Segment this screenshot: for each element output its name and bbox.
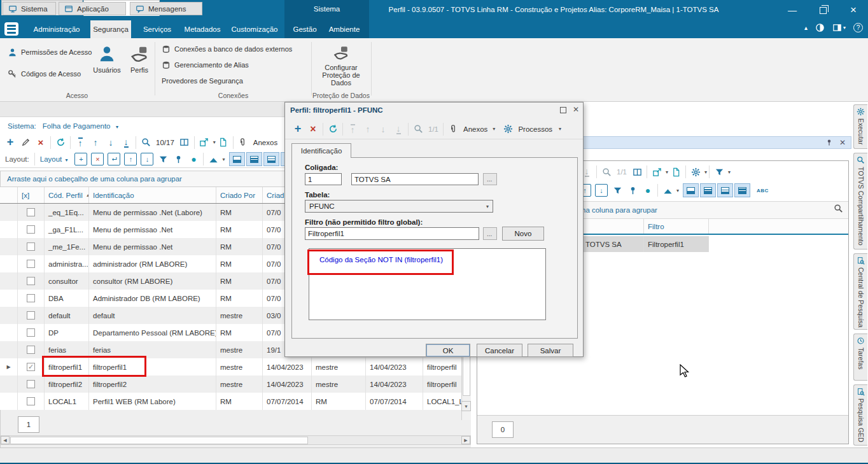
users-button[interactable]: Usuários: [90, 42, 123, 93]
minimize-button[interactable]: —: [781, 3, 803, 18]
layout-upload-icon[interactable]: ↑: [124, 153, 137, 165]
row-checkbox[interactable]: [27, 346, 35, 354]
search-icon[interactable]: [599, 165, 614, 179]
column-header[interactable]: [x]: [18, 187, 45, 203]
chart-dropdown-icon[interactable]: ▾: [222, 157, 225, 162]
add-record-icon[interactable]: +: [3, 136, 18, 150]
alias-management-button[interactable]: Gerenciamento de Alias: [162, 58, 249, 72]
refresh-icon[interactable]: [53, 136, 68, 150]
close-button[interactable]: ×: [843, 3, 864, 18]
row-checkbox[interactable]: [27, 397, 35, 405]
next-record-icon[interactable]: ↓: [103, 136, 118, 150]
filter-expression-item[interactable]: Código da Seção NOT IN (filtroperfil1): [319, 256, 443, 264]
filter-icon[interactable]: [711, 165, 727, 179]
row-checkbox[interactable]: [27, 380, 35, 388]
novo-button[interactable]: Novo: [502, 227, 544, 241]
horizontal-scrollbar-thumb[interactable]: [10, 437, 308, 444]
dialog-maximize-button[interactable]: [560, 107, 566, 113]
coligada-browse-button[interactable]: ...: [483, 173, 497, 185]
row-checkbox[interactable]: [27, 277, 35, 285]
search-icon[interactable]: [410, 122, 426, 136]
layout-download-icon[interactable]: ↓: [595, 184, 608, 197]
view-layout-1-button[interactable]: [683, 183, 699, 197]
horizontal-scrollbar[interactable]: ◀ ▶: [0, 435, 471, 445]
status-tab-aplicacao[interactable]: Aplicação: [59, 2, 126, 15]
view-layout-1-button[interactable]: [229, 152, 245, 166]
scroll-right-button[interactable]: ▶: [461, 436, 470, 444]
filter-icon[interactable]: [610, 183, 625, 197]
tabela-select[interactable]: PFUNC ▾: [305, 200, 493, 213]
view-layout-3-button[interactable]: [263, 152, 279, 166]
system-dropdown[interactable]: Folha de Pagamento ▾: [43, 122, 118, 130]
row-checkbox[interactable]: [27, 294, 35, 302]
external-db-connections-button[interactable]: Conexões a banco de dados externos: [162, 42, 292, 56]
filter-icon[interactable]: [155, 152, 171, 166]
layout-download-icon[interactable]: ↓: [141, 153, 153, 165]
side-tab-totvscompartilhamento[interactable]: TOTVS Compartilhamento: [853, 153, 867, 250]
anexos-button[interactable]: Anexos: [251, 139, 280, 146]
column-header-filtro[interactable]: Filtro: [644, 219, 709, 234]
row-checkbox[interactable]: ✓: [27, 363, 35, 371]
ok-button[interactable]: OK: [426, 344, 470, 357]
side-tab-pesquisaged[interactable]: Pesquisa GED: [853, 384, 867, 446]
save-button[interactable]: Salvar: [528, 344, 573, 357]
row-checkbox[interactable]: [27, 260, 35, 268]
column-header-cod-perfil[interactable]: Cód. Perfil▲: [45, 187, 89, 203]
row-checkbox[interactable]: [27, 225, 35, 234]
view-layout-2-button[interactable]: [246, 152, 262, 166]
processos-button[interactable]: Processos: [515, 125, 555, 133]
row-checkbox[interactable]: [27, 243, 35, 251]
row-checkbox[interactable]: [27, 208, 35, 216]
anexos-dropdown-icon[interactable]: ▾: [493, 126, 495, 132]
paperclip-icon[interactable]: [235, 136, 251, 150]
menu-item-metadados[interactable]: Metadados: [181, 20, 224, 38]
layout-add-icon[interactable]: +: [74, 153, 87, 165]
previous-record-icon[interactable]: ↑: [360, 122, 375, 136]
scroll-left-button[interactable]: ◀: [1, 436, 10, 444]
status-tab-mensagens[interactable]: Mensagens: [130, 2, 202, 15]
cancel-button[interactable]: Cancelar: [477, 344, 522, 357]
side-tab-centraldepesquisa[interactable]: Central de Pesquisa: [853, 253, 867, 330]
gear-dropdown-icon[interactable]: ▾: [704, 169, 707, 175]
column-header[interactable]: Criado Por: [216, 187, 263, 203]
pin-filter-icon[interactable]: [171, 152, 186, 166]
chart-icon[interactable]: [206, 152, 221, 166]
menu-item-ambiente[interactable]: Ambiente: [325, 20, 364, 38]
grid-row-filtroperfil2[interactable]: filtroperfil2filtroperfil2mestre14/04/20…: [0, 376, 471, 393]
export-icon[interactable]: [649, 165, 664, 179]
security-providers-button[interactable]: Provedores de Segurança: [162, 74, 243, 88]
filter-dropdown-icon[interactable]: ▾: [728, 169, 731, 175]
conditional-format-icon[interactable]: ●: [640, 183, 655, 197]
report-icon[interactable]: [216, 136, 231, 150]
view-layout-3-button[interactable]: [717, 183, 733, 197]
view-layout-4-button[interactable]: [734, 183, 750, 197]
column-header[interactable]: Identificação: [89, 187, 216, 203]
restore-button[interactable]: [812, 3, 834, 18]
row-checkbox[interactable]: [27, 311, 35, 320]
chart-dropdown-icon[interactable]: ▾: [676, 188, 679, 193]
filtro-browse-button[interactable]: ...: [483, 227, 497, 240]
delete-icon[interactable]: ×: [305, 122, 321, 136]
filtro-field[interactable]: [305, 227, 479, 240]
last-record-icon[interactable]: ↓: [118, 136, 134, 150]
layout-delete-icon[interactable]: ×: [91, 153, 104, 165]
configure-data-protection-button[interactable]: Configurar Proteção de Dados: [313, 42, 369, 93]
status-tab-sistema[interactable]: Sistema: [3, 2, 56, 15]
tab-identificacao[interactable]: Identificação: [291, 143, 351, 158]
coligada-name-field[interactable]: [351, 173, 479, 185]
app-menu-icon[interactable]: [4, 22, 18, 36]
layout-apply-icon[interactable]: [108, 153, 120, 165]
menu-item-gestao[interactable]: Gestão: [288, 20, 322, 38]
profiles-button[interactable]: Perfis: [125, 42, 154, 93]
grid-row-LOCAL1[interactable]: LOCAL1Perfil1 WEB (RM Labore)RM07/07/201…: [0, 393, 471, 410]
column-chooser-icon[interactable]: [177, 136, 192, 150]
side-tab-executar[interactable]: Executar: [853, 104, 867, 149]
view-layout-2-button[interactable]: [700, 183, 716, 197]
next-record-icon[interactable]: ↓: [375, 122, 391, 136]
menu-item-customizacao[interactable]: Customização: [228, 20, 281, 38]
access-codes-button[interactable]: Códigos de Acesso: [5, 66, 83, 81]
coligada-code-field[interactable]: [305, 173, 342, 185]
processos-dropdown-icon[interactable]: ▾: [559, 126, 561, 132]
gear-icon[interactable]: [688, 165, 703, 179]
menu-item-servicos[interactable]: Serviços: [137, 20, 177, 38]
